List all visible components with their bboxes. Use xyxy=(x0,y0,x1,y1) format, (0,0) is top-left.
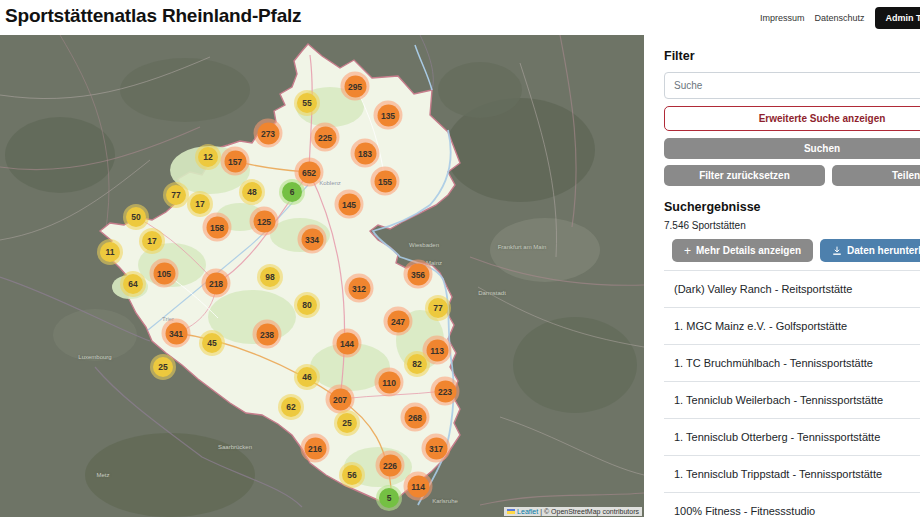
share-button[interactable]: Teilen xyxy=(832,165,920,186)
map-cluster-count: 652 xyxy=(298,161,320,183)
map-cluster[interactable]: 98 xyxy=(257,264,283,290)
page-title: Sportstättenatlas Rheinland-Pfalz xyxy=(5,5,301,27)
map-cluster[interactable]: 312 xyxy=(345,274,374,303)
reset-filter-button[interactable]: Filter zurücksetzen xyxy=(664,165,825,186)
map-cluster[interactable]: 5 xyxy=(376,485,402,511)
map-cluster[interactable]: 114 xyxy=(404,472,433,501)
map-cluster[interactable]: 207 xyxy=(326,385,355,414)
search-button[interactable]: Suchen xyxy=(664,138,920,159)
datenschutz-link[interactable]: Datenschutz xyxy=(815,13,865,23)
map-cluster[interactable]: 273 xyxy=(254,119,283,148)
map-cluster-count: 157 xyxy=(224,150,246,172)
map-cluster[interactable]: 356 xyxy=(404,260,433,289)
map-cluster-count: 110 xyxy=(378,371,400,393)
osm-attribution-link[interactable]: © OpenStreetMap contributors xyxy=(544,507,639,516)
map-cluster-count: 6 xyxy=(282,182,302,202)
map-cluster-count: 295 xyxy=(344,75,366,97)
map-cluster[interactable]: 158 xyxy=(203,213,232,242)
map-cluster-count: 144 xyxy=(336,332,358,354)
result-item[interactable]: 1. Tenniclub Weilerbach - Tennissportstä… xyxy=(664,382,920,419)
map-cluster[interactable]: 223 xyxy=(431,377,460,406)
map-cluster[interactable]: 55 xyxy=(294,90,320,116)
map-cluster[interactable]: 6 xyxy=(279,179,305,205)
map-cluster[interactable]: 157 xyxy=(221,147,250,176)
result-item[interactable]: 1. TC Bruchmühlbach - Tennissportstätte xyxy=(664,345,920,382)
map-cluster[interactable]: 25 xyxy=(334,410,360,436)
impressum-link[interactable]: Impressum xyxy=(760,13,805,23)
map-cluster[interactable]: 12 xyxy=(195,144,221,170)
map-cluster[interactable]: 48 xyxy=(239,179,265,205)
map-cluster[interactable]: 334 xyxy=(298,225,327,254)
map-cluster-count: 48 xyxy=(242,182,262,202)
map-cluster[interactable]: 110 xyxy=(375,368,404,397)
map-cluster[interactable]: 225 xyxy=(311,123,340,152)
map-cluster[interactable]: 56 xyxy=(339,462,365,488)
map-cluster[interactable]: 62 xyxy=(278,394,304,420)
map-cluster[interactable]: 80 xyxy=(294,292,320,318)
map-cluster[interactable]: 226 xyxy=(376,451,405,480)
map-cluster-count: 98 xyxy=(260,267,280,287)
map-cluster[interactable]: 50 xyxy=(123,204,149,230)
map-cluster-count: 341 xyxy=(165,322,187,344)
filter-panel: Filter Erweiterte Suche anzeigen Suchen … xyxy=(664,35,920,517)
map-cluster[interactable]: 155 xyxy=(371,167,400,196)
result-item[interactable]: 1. Tennisclub Otterberg - Tennissportstä… xyxy=(664,419,920,456)
map-cluster-count: 55 xyxy=(297,93,317,113)
map-cluster-count: 273 xyxy=(257,122,279,144)
results-actions: + Mehr Details anzeigen Daten herunterla… xyxy=(664,239,920,262)
map-cluster[interactable]: 145 xyxy=(335,190,364,219)
map-cluster[interactable]: 82 xyxy=(404,351,430,377)
map-cluster-count: 356 xyxy=(407,263,429,285)
map-cluster[interactable]: 45 xyxy=(199,330,225,356)
map-cluster[interactable]: 216 xyxy=(301,434,330,463)
result-item[interactable]: 100% Fitness - Fitnessstudio xyxy=(664,493,920,517)
map-cluster[interactable]: 218 xyxy=(202,269,231,298)
admin-tool-button[interactable]: Admin Tool xyxy=(875,7,920,29)
map-cluster[interactable]: 238 xyxy=(253,320,282,349)
map-cluster[interactable]: 105 xyxy=(150,259,179,288)
map-cluster[interactable]: 295 xyxy=(341,72,370,101)
map-cluster[interactable]: 17 xyxy=(187,191,213,217)
map-cluster[interactable]: 125 xyxy=(250,207,279,236)
result-item[interactable]: (Dark) Valley Ranch - Reitsportstätte xyxy=(664,271,920,308)
map-cluster-count: 62 xyxy=(281,397,301,417)
map-cluster[interactable]: 25 xyxy=(150,354,176,380)
map-cluster-count: 247 xyxy=(387,310,409,332)
search-input[interactable] xyxy=(664,72,920,99)
map-cluster[interactable]: 64 xyxy=(120,271,146,297)
map-attribution: Leaflet | © OpenStreetMap contributors xyxy=(504,507,642,516)
map-cluster[interactable]: 135 xyxy=(374,101,403,130)
map-cluster-count: 155 xyxy=(374,170,396,192)
more-details-button[interactable]: + Mehr Details anzeigen xyxy=(672,239,813,262)
map-cluster[interactable]: 77 xyxy=(163,182,189,208)
map-cluster[interactable]: 247 xyxy=(384,307,413,336)
result-item[interactable]: 1. MGC Mainz e.V. - Golfsportstätte xyxy=(664,308,920,345)
result-item[interactable]: 1. Tennisclub Trippstadt - Tennissportst… xyxy=(664,456,920,493)
map-cluster-count: 25 xyxy=(153,357,173,377)
map-cluster-count: 64 xyxy=(123,274,143,294)
map-cluster[interactable]: 46 xyxy=(294,364,320,390)
map-cluster[interactable]: 11 xyxy=(97,239,123,265)
map-cluster-count: 226 xyxy=(379,454,401,476)
map-cluster[interactable]: 268 xyxy=(401,403,430,432)
map-cluster[interactable]: 144 xyxy=(333,329,362,358)
map-cluster-count: 12 xyxy=(198,147,218,167)
map-cluster[interactable]: 183 xyxy=(351,139,380,168)
map-cluster-count: 113 xyxy=(426,339,448,361)
map-cluster-count: 268 xyxy=(404,406,426,428)
map-cluster-count: 135 xyxy=(377,104,399,126)
map-cluster-count: 45 xyxy=(202,333,222,353)
map-cluster-count: 216 xyxy=(304,437,326,459)
leaflet-link[interactable]: Leaflet xyxy=(517,507,538,516)
download-data-button[interactable]: Daten herunterladen xyxy=(820,239,920,262)
map-cluster[interactable]: 341 xyxy=(162,319,191,348)
map-cluster[interactable]: 317 xyxy=(422,434,451,463)
map-cluster-count: 158 xyxy=(206,216,228,238)
map-cluster-count: 218 xyxy=(205,272,227,294)
map-cluster[interactable]: 77 xyxy=(425,295,451,321)
map[interactable]: KoblenzTrierWiesbadenMainzFrankfurt am M… xyxy=(0,35,644,517)
advanced-search-button[interactable]: Erweiterte Suche anzeigen xyxy=(664,106,920,131)
map-cluster[interactable]: 17 xyxy=(139,228,165,254)
map-cluster-count: 82 xyxy=(407,354,427,374)
ukraine-flag-icon xyxy=(507,509,515,514)
